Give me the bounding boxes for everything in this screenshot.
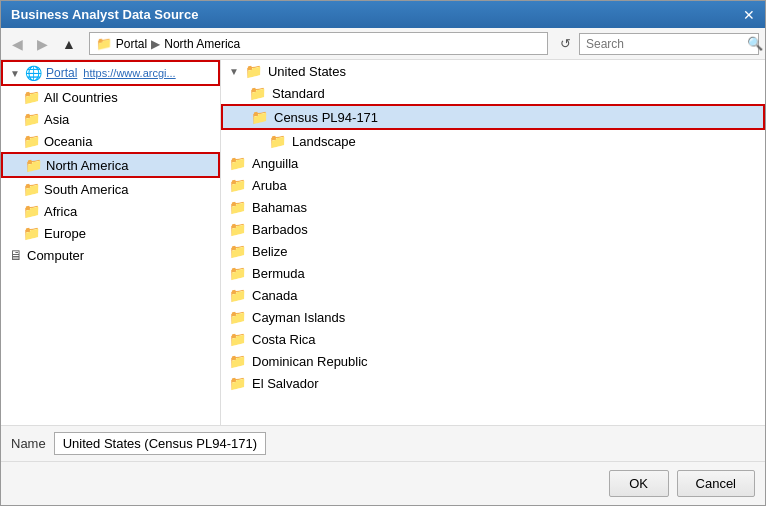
sidebar-item-south-america[interactable]: 📁 South America [1,178,220,200]
content-area: ▼ 🌐 Portal https://www.arcgi... 📁 All Co… [1,60,765,426]
folder-icon-canada: 📁 [229,287,246,303]
list-item-label-aruba: Aruba [252,178,287,193]
sidebar-item-all-countries[interactable]: 📁 All Countries [1,86,220,108]
sidebar-item-label-oceania: Oceania [44,134,92,149]
list-item-cayman-islands[interactable]: 📁 Cayman Islands [221,306,765,328]
list-item-dominican-republic[interactable]: 📁 Dominican Republic [221,350,765,372]
list-item-costa-rica[interactable]: 📁 Costa Rica [221,328,765,350]
computer-icon: 🖥 [9,247,23,263]
list-item-barbados[interactable]: 📁 Barbados [221,218,765,240]
list-item-el-salvador[interactable]: 📁 El Salvador [221,372,765,394]
portal-url: https://www.arcgi... [83,67,175,79]
list-item-canada[interactable]: 📁 Canada [221,284,765,306]
sidebar-item-label-south-america: South America [44,182,129,197]
address-parts: Portal ▶ North America [116,37,541,51]
portal-label: Portal [46,66,77,80]
list-item-standard[interactable]: 📁 Standard [221,82,765,104]
up-button[interactable]: ▲ [57,34,81,54]
left-panel: ▼ 🌐 Portal https://www.arcgi... 📁 All Co… [1,60,221,425]
folder-icon-anguilla: 📁 [229,155,246,171]
list-item-label-bermuda: Bermuda [252,266,305,281]
search-box: 🔍 [579,33,759,55]
search-button[interactable]: 🔍 [742,34,766,53]
address-region: North America [164,37,240,51]
list-item-belize[interactable]: 📁 Belize [221,240,765,262]
sidebar-item-label-north-america: North America [46,158,128,173]
list-item-label-census: Census PL94-171 [274,110,378,125]
folder-icon-cayman: 📁 [229,309,246,325]
dialog: Business Analyst Data Source ✕ ◀ ▶ ▲ 📁 P… [0,0,766,506]
back-button[interactable]: ◀ [7,34,28,54]
expand-arrow-us: ▼ [229,66,239,77]
cancel-button[interactable]: Cancel [677,470,755,497]
refresh-button[interactable]: ↺ [556,34,575,53]
folder-icon-aruba: 📁 [229,177,246,193]
folder-icon-standard: 📁 [249,85,266,101]
search-input[interactable] [580,34,742,54]
close-button[interactable]: ✕ [743,8,755,22]
folder-icon-census: 📁 [251,109,268,125]
list-item-label-cayman: Cayman Islands [252,310,345,325]
folder-icon-belize: 📁 [229,243,246,259]
list-item-label-standard: Standard [272,86,325,101]
forward-button[interactable]: ▶ [32,34,53,54]
title-bar: Business Analyst Data Source ✕ [1,1,765,28]
sidebar-item-label-computer: Computer [27,248,84,263]
sidebar-item-label-all-countries: All Countries [44,90,118,105]
list-item-label-canada: Canada [252,288,298,303]
list-item-landscape[interactable]: 📁 Landscape [221,130,765,152]
list-item-label-dominican: Dominican Republic [252,354,368,369]
list-item-label-belize: Belize [252,244,287,259]
address-portal: Portal [116,37,147,51]
sidebar-item-asia[interactable]: 📁 Asia [1,108,220,130]
list-item-census-pl94[interactable]: 📁 Census PL94-171 [221,104,765,130]
folder-icon-oceania: 📁 [23,133,40,149]
sidebar-item-europe[interactable]: 📁 Europe [1,222,220,244]
sidebar-item-portal[interactable]: ▼ 🌐 Portal https://www.arcgi... [1,60,220,86]
folder-icon-africa: 📁 [23,203,40,219]
list-item-label-united-states: United States [268,64,346,79]
list-item-anguilla[interactable]: 📁 Anguilla [221,152,765,174]
folder-icon-barbados: 📁 [229,221,246,237]
expand-arrow-portal: ▼ [9,68,21,79]
list-item-aruba[interactable]: 📁 Aruba [221,174,765,196]
bottom-bar: Name United States (Census PL94-171) [1,426,765,461]
dialog-title: Business Analyst Data Source [11,7,198,22]
list-item-label-anguilla: Anguilla [252,156,298,171]
sidebar-item-africa[interactable]: 📁 Africa [1,200,220,222]
sidebar-item-label-africa: Africa [44,204,77,219]
folder-icon-all-countries: 📁 [23,89,40,105]
folder-icon-us: 📁 [245,63,262,79]
footer: OK Cancel [1,461,765,505]
sidebar-item-computer[interactable]: 🖥 Computer [1,244,220,266]
folder-icon-north-america: 📁 [25,157,42,173]
toolbar: ◀ ▶ ▲ 📁 Portal ▶ North America ↺ 🔍 [1,28,765,60]
list-item-united-states[interactable]: ▼ 📁 United States [221,60,765,82]
folder-icon-elsalvador: 📁 [229,375,246,391]
sidebar-item-oceania[interactable]: 📁 Oceania [1,130,220,152]
folder-icon-landscape: 📁 [269,133,286,149]
portal-icon: 🌐 [25,65,42,81]
list-item-bahamas[interactable]: 📁 Bahamas [221,196,765,218]
folder-icon-south-america: 📁 [23,181,40,197]
list-item-label-costarica: Costa Rica [252,332,316,347]
right-panel: ▼ 📁 United States 📁 Standard 📁 Census PL… [221,60,765,425]
list-item-label-bahamas: Bahamas [252,200,307,215]
ok-button[interactable]: OK [609,470,669,497]
address-bar: 📁 Portal ▶ North America [89,32,548,55]
list-item-label-barbados: Barbados [252,222,308,237]
sidebar-item-label-asia: Asia [44,112,69,127]
list-item-bermuda[interactable]: 📁 Bermuda [221,262,765,284]
list-item-label-landscape: Landscape [292,134,356,149]
folder-icon-asia: 📁 [23,111,40,127]
folder-icon-bermuda: 📁 [229,265,246,281]
address-folder-icon: 📁 [96,36,112,51]
folder-icon-europe: 📁 [23,225,40,241]
sidebar-item-north-america[interactable]: 📁 North America [1,152,220,178]
folder-icon-dominican: 📁 [229,353,246,369]
name-value: United States (Census PL94-171) [54,432,266,455]
name-label: Name [11,436,46,451]
address-separator: ▶ [151,37,160,51]
list-item-label-elsalvador: El Salvador [252,376,318,391]
folder-icon-bahamas: 📁 [229,199,246,215]
